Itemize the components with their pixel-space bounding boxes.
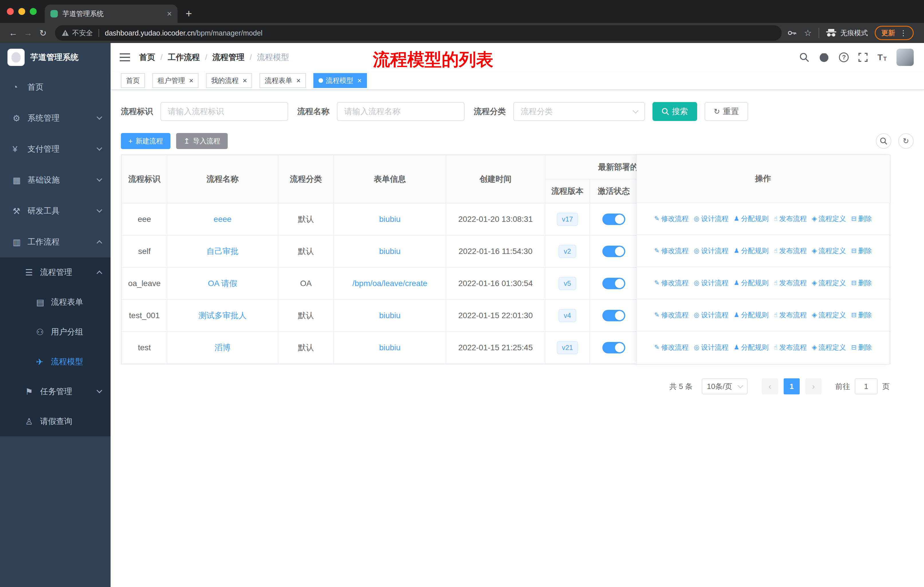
sidebar-item-process-form[interactable]: ▤ 流程表单 <box>0 287 111 317</box>
sidebar-item-leave-query[interactable]: ♙ 请假查询 <box>0 407 111 436</box>
search-button[interactable]: 搜索 <box>652 102 697 121</box>
publish-process-link[interactable]: ☝发布流程 <box>774 214 807 223</box>
tag-tenant[interactable]: 租户管理 × <box>152 73 198 88</box>
browser-update-button[interactable]: 更新 ⋮ <box>875 26 914 40</box>
forward-icon[interactable]: → <box>21 28 36 38</box>
design-process-link[interactable]: ◎设计流程 <box>694 214 728 223</box>
form-link[interactable]: biubiu <box>379 247 401 256</box>
maximize-window-button[interactable] <box>30 8 37 15</box>
tag-process-model[interactable]: 流程模型 × <box>314 73 367 88</box>
refresh-table-button[interactable]: ↻ <box>898 133 914 149</box>
design-process-link[interactable]: ◎设计流程 <box>694 278 728 288</box>
font-size-icon[interactable]: TT <box>877 53 887 62</box>
sidebar-item-process-model[interactable]: ✈ 流程模型 <box>0 347 111 377</box>
process-definition-link[interactable]: ◈流程定义 <box>812 246 846 255</box>
sidebar-item-user-group[interactable]: ⚇ 用户分组 <box>0 317 111 347</box>
edit-process-link[interactable]: ✎修改流程 <box>654 343 688 352</box>
form-link[interactable]: /bpm/oa/leave/create <box>352 279 427 288</box>
process-name-link[interactable]: 滔博 <box>214 343 231 352</box>
process-definition-link[interactable]: ◈流程定义 <box>812 343 846 352</box>
reload-icon[interactable]: ↻ <box>36 28 50 38</box>
prev-page-button[interactable]: ‹ <box>762 378 778 394</box>
active-toggle[interactable] <box>602 342 625 354</box>
edit-process-link[interactable]: ✎修改流程 <box>654 311 688 319</box>
process-definition-link[interactable]: ◈流程定义 <box>812 278 846 288</box>
process-name-link[interactable]: 自己审批 <box>206 247 239 256</box>
breadcrumb-workflow[interactable]: 工作流程 <box>168 52 200 63</box>
sidebar-item-task-management[interactable]: ⚑ 任务管理 <box>0 377 111 407</box>
breadcrumb-home[interactable]: 首页 <box>139 52 155 63</box>
sidebar-item-payment[interactable]: ¥ 支付管理 <box>0 134 111 165</box>
import-process-button[interactable]: ↥ 导入流程 <box>176 133 228 149</box>
goto-page-input[interactable] <box>855 378 878 394</box>
password-key-icon[interactable] <box>787 28 797 38</box>
search-icon[interactable] <box>799 53 809 62</box>
menu-dots-icon[interactable]: ⋮ <box>900 29 907 37</box>
address-bar[interactable]: 不安全 dashboard.yudao.iocoder.cn/bpm/manag… <box>55 25 782 41</box>
edit-process-link[interactable]: ✎修改流程 <box>654 278 688 288</box>
process-definition-link[interactable]: ◈流程定义 <box>812 214 846 223</box>
sidebar-item-devtools[interactable]: ⚒ 研发工具 <box>0 195 111 227</box>
form-link[interactable]: biubiu <box>379 311 401 320</box>
publish-process-link[interactable]: ☝发布流程 <box>774 278 807 288</box>
delete-link[interactable]: ⊟删除 <box>851 246 872 255</box>
help-icon[interactable]: ? <box>839 53 849 62</box>
sidebar-item-system[interactable]: ⚙ 系统管理 <box>0 103 111 134</box>
close-icon[interactable]: × <box>243 77 247 84</box>
process-name-link[interactable]: OA 请假 <box>208 279 238 288</box>
active-toggle[interactable] <box>602 310 625 321</box>
page-number-button[interactable]: 1 <box>784 378 800 394</box>
sidebar-item-infrastructure[interactable]: ▦ 基础设施 <box>0 165 111 195</box>
design-process-link[interactable]: ◎设计流程 <box>694 311 728 319</box>
avatar[interactable] <box>896 49 914 66</box>
assign-rule-link[interactable]: ♟分配规则 <box>734 214 769 223</box>
publish-process-link[interactable]: ☝发布流程 <box>774 246 807 255</box>
process-name-link[interactable]: 测试多审批人 <box>198 311 247 320</box>
active-toggle[interactable] <box>602 213 625 225</box>
bookmark-star-icon[interactable]: ☆ <box>804 29 812 37</box>
browser-tab[interactable]: 芋道管理系统 × <box>45 5 178 23</box>
back-icon[interactable]: ← <box>6 28 21 38</box>
sidebar-toggle-icon[interactable] <box>111 43 139 72</box>
github-icon[interactable] <box>819 53 829 62</box>
minimize-window-button[interactable] <box>18 8 25 15</box>
security-label[interactable]: 不安全 <box>72 28 93 38</box>
edit-process-link[interactable]: ✎修改流程 <box>654 214 688 223</box>
sidebar-item-home[interactable]: ◔ 首页 <box>0 72 111 103</box>
sidebar-item-workflow[interactable]: ▥ 工作流程 <box>0 227 111 257</box>
form-link[interactable]: biubiu <box>379 215 401 223</box>
active-toggle[interactable] <box>602 278 625 289</box>
process-name-link[interactable]: eeee <box>214 215 231 223</box>
assign-rule-link[interactable]: ♟分配规则 <box>734 311 769 319</box>
tag-process-form[interactable]: 流程表单 × <box>259 73 305 88</box>
close-icon[interactable]: × <box>296 77 300 84</box>
tag-my-process[interactable]: 我的流程 × <box>206 73 252 88</box>
delete-link[interactable]: ⊟删除 <box>851 214 872 223</box>
category-select[interactable]: 流程分类 <box>513 102 645 121</box>
reset-button[interactable]: ↻ 重置 <box>705 102 748 121</box>
design-process-link[interactable]: ◎设计流程 <box>694 343 728 352</box>
publish-process-link[interactable]: ☝发布流程 <box>774 311 807 319</box>
sidebar-item-process-management[interactable]: ☰ 流程管理 <box>0 257 111 287</box>
process-definition-link[interactable]: ◈流程定义 <box>812 311 846 319</box>
next-page-button[interactable]: › <box>805 378 822 394</box>
tab-close-icon[interactable]: × <box>167 10 172 18</box>
assign-rule-link[interactable]: ♟分配规则 <box>734 278 769 288</box>
publish-process-link[interactable]: ☝发布流程 <box>774 343 807 352</box>
tag-home[interactable]: 首页 <box>121 73 145 88</box>
fullscreen-icon[interactable] <box>858 53 868 62</box>
delete-link[interactable]: ⊟删除 <box>851 343 872 352</box>
process-key-input[interactable] <box>160 102 288 121</box>
form-link[interactable]: biubiu <box>379 343 401 352</box>
toggle-search-button[interactable] <box>876 133 891 149</box>
create-process-button[interactable]: + 新建流程 <box>121 133 170 149</box>
close-icon[interactable]: × <box>189 77 193 84</box>
active-toggle[interactable] <box>602 246 625 257</box>
edit-process-link[interactable]: ✎修改流程 <box>654 246 688 255</box>
assign-rule-link[interactable]: ♟分配规则 <box>734 343 769 352</box>
delete-link[interactable]: ⊟删除 <box>851 311 872 319</box>
design-process-link[interactable]: ◎设计流程 <box>694 246 728 255</box>
page-size-select[interactable]: 10条/页 <box>702 378 747 394</box>
breadcrumb-process-management[interactable]: 流程管理 <box>213 52 244 63</box>
close-window-button[interactable] <box>7 8 14 15</box>
